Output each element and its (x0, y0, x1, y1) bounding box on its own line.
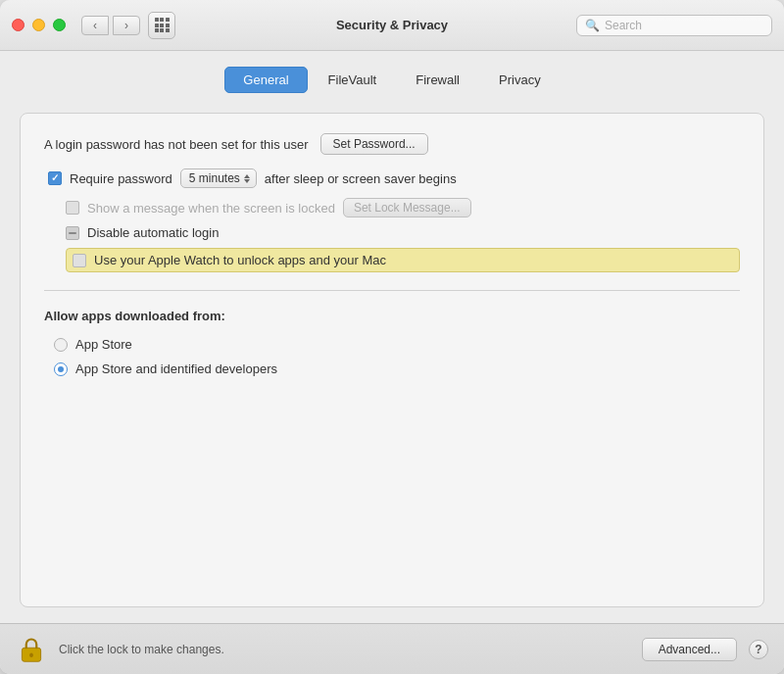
password-row: A login password has not been set for th… (44, 133, 740, 155)
back-button[interactable]: ‹ (81, 16, 109, 35)
radio-selected-indicator (58, 366, 64, 372)
require-password-checkbox[interactable]: ✓ (48, 171, 62, 185)
close-button[interactable] (12, 19, 24, 31)
apple-watch-label: Use your Apple Watch to unlock apps and … (94, 253, 386, 267)
require-password-label: Require password (70, 171, 172, 186)
show-message-checkbox[interactable] (66, 201, 79, 215)
radio-app-store-button[interactable] (54, 338, 68, 352)
maximize-button[interactable] (53, 19, 66, 31)
radio-app-store: App Store (54, 337, 740, 352)
set-password-button[interactable]: Set Password... (320, 133, 428, 155)
apple-watch-row: Use your Apple Watch to unlock apps and … (66, 248, 740, 272)
radio-identified-label: App Store and identified developers (75, 361, 277, 376)
bottom-bar: Click the lock to make changes. Advanced… (0, 623, 784, 674)
dropdown-value: 5 minutes (189, 171, 240, 185)
set-lock-message-button: Set Lock Message... (343, 198, 471, 217)
radio-identified-button[interactable] (54, 362, 68, 376)
svg-rect-1 (29, 652, 33, 656)
require-password-row: ✓ Require password 5 minutes after sleep… (48, 168, 740, 188)
window-title: Security & Privacy (336, 18, 448, 32)
dropdown-arrow-icon (244, 174, 250, 183)
allow-apps-title: Allow apps downloaded from: (44, 309, 740, 323)
disable-autologin-checkbox[interactable] (66, 226, 79, 240)
forward-button[interactable]: › (113, 16, 140, 35)
password-notice: A login password has not been set for th… (44, 137, 309, 152)
title-bar: ‹ › Security & Privacy 🔍 Search (0, 0, 784, 51)
search-bar[interactable]: 🔍 Search (576, 15, 772, 36)
allow-apps-section: Allow apps downloaded from: App Store Ap… (44, 309, 740, 376)
disable-autologin-row: Disable automatic login (66, 225, 740, 240)
tab-privacy[interactable]: Privacy (480, 67, 560, 93)
show-message-row: Show a message when the screen is locked… (66, 198, 740, 217)
section-divider (44, 290, 740, 291)
grid-view-button[interactable] (148, 12, 175, 39)
tab-general[interactable]: General (224, 67, 307, 93)
traffic-lights (12, 19, 66, 31)
after-sleep-label: after sleep or screen saver begins (265, 171, 457, 186)
lock-text: Click the lock to make changes. (59, 643, 630, 656)
radio-app-store-identified: App Store and identified developers (54, 361, 740, 376)
system-preferences-window: ‹ › Security & Privacy 🔍 Search General … (0, 0, 784, 674)
lock-icon (19, 636, 44, 663)
apple-watch-checkbox[interactable] (73, 254, 86, 267)
advanced-button[interactable]: Advanced... (642, 638, 737, 661)
tab-filevault[interactable]: FileVault (310, 67, 396, 93)
lock-icon-wrapper[interactable] (16, 634, 47, 665)
disable-autologin-label: Disable automatic login (87, 225, 219, 240)
tab-firewall[interactable]: Firewall (397, 67, 478, 93)
grid-icon (155, 18, 170, 32)
options-section: Show a message when the screen is locked… (66, 198, 740, 272)
help-button[interactable]: ? (749, 640, 768, 659)
nav-buttons: ‹ › (81, 16, 140, 35)
checkmark-icon: ✓ (51, 173, 59, 183)
settings-panel: A login password has not been set for th… (20, 113, 764, 607)
search-icon: 🔍 (585, 19, 600, 32)
password-interval-dropdown[interactable]: 5 minutes (180, 168, 257, 188)
radio-app-store-label: App Store (75, 337, 132, 352)
search-placeholder: Search (605, 19, 642, 32)
show-message-label: Show a message when the screen is locked (87, 201, 335, 216)
checkbox-semi-icon (69, 232, 76, 234)
tab-bar: General FileVault Firewall Privacy (20, 67, 764, 93)
main-content: General FileVault Firewall Privacy A log… (0, 51, 784, 623)
minimize-button[interactable] (32, 19, 45, 31)
